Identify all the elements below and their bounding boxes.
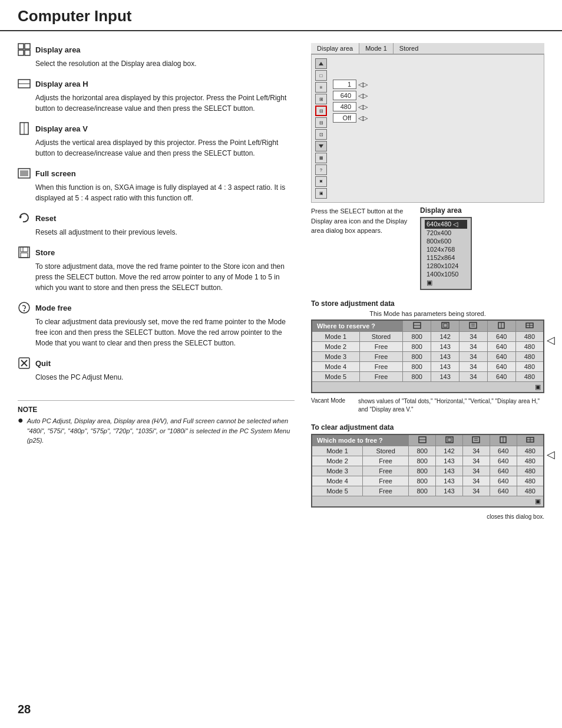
page-number: 28	[18, 703, 31, 716]
col-icon-4	[487, 320, 515, 332]
res-640x480: 640x480 ◁	[425, 220, 467, 229]
c-mode-1-v5: 480	[517, 446, 544, 456]
mode-free-icon	[18, 301, 31, 314]
section-header-mode-free: Mode free	[18, 301, 295, 314]
store-row-5: Mode 5 Free 800 143 34 640 480	[312, 372, 544, 382]
mode-1-status: Stored	[359, 332, 403, 342]
mode-3-v4: 640	[487, 352, 515, 362]
enter-arrow-clear: ◁	[547, 448, 555, 461]
mode-1-v2: 142	[431, 332, 459, 342]
svg-rect-9	[20, 170, 28, 176]
c-mode-2-v3: 34	[462, 456, 490, 466]
mode-5-v3: 34	[459, 372, 487, 382]
shows-values: shows values of "Total dots," "Horizonta…	[358, 397, 544, 414]
mode-1-v3: 34	[459, 332, 487, 342]
screen-icon-quit: ✖	[315, 176, 327, 187]
section-body-full: When this function is on, SXGA image is …	[35, 182, 295, 203]
svg-marker-21	[319, 144, 323, 148]
c-mode-5-v1: 800	[409, 486, 436, 496]
content-area: Display area Select the resolution at th…	[0, 31, 562, 542]
mode-3-label: Mode 3	[312, 352, 359, 362]
section-title-h: Display area H	[35, 80, 88, 88]
arrow-off: ◁▷	[358, 114, 368, 122]
section-title-v: Display area V	[35, 124, 88, 133]
val-1: 1	[333, 80, 356, 89]
callout-area: Press the SELECT button at the Display a…	[311, 206, 544, 290]
c-mode-1-label: Mode 1	[312, 446, 362, 456]
closes-note-wrapper: closes this dialog box.	[311, 512, 544, 521]
store-icon	[18, 246, 31, 259]
mode-3-v1: 800	[403, 352, 431, 362]
c-mode-4-v4: 640	[490, 476, 517, 486]
c-mode-3-v4: 640	[490, 466, 517, 476]
store-row-1: Mode 1 Stored 800 142 34 640 480	[312, 332, 544, 342]
c-mode-3-status: Free	[362, 466, 408, 476]
clear-col-icon-3	[462, 434, 490, 446]
c-mode-4-v1: 800	[409, 476, 436, 486]
mode-4-status: Free	[359, 362, 403, 372]
c-mode-2-v2: 143	[436, 456, 463, 466]
mode-2-v5: 480	[515, 342, 544, 352]
mode-5-status: Free	[359, 372, 403, 382]
section-reset: Reset Resets all adjustment to their pre…	[18, 212, 295, 238]
res-1400x1050: 1400x1050	[425, 270, 467, 278]
c-mode-1-v4: 640	[490, 446, 517, 456]
res-1152x864: 1152x864	[425, 253, 467, 262]
store-subtitle: This Mode has parameters being stored.	[311, 310, 544, 317]
c-mode-4-v2: 143	[436, 476, 463, 486]
which-mode-label: Which mode to free ?	[312, 434, 409, 446]
diagram-title: Display area	[311, 43, 359, 54]
c-mode-5-v3: 34	[462, 486, 490, 496]
clear-row-2: Mode 2 Free 800 143 34 640 480	[312, 456, 544, 466]
section-title-full: Full screen	[35, 169, 76, 178]
right-column: Display area Mode 1 Stored □ ≡ ⊞ ⊟	[306, 43, 544, 530]
section-body-h: Adjusts the horizontal area displayed by…	[35, 93, 295, 114]
diagram-stored: Stored	[394, 43, 424, 54]
clear-row-4: Mode 4 Free 800 143 34 640 480	[312, 476, 544, 486]
section-full-screen: Full screen When this function is on, SX…	[18, 167, 295, 203]
store-footer: Vacant Mode shows values of "Total dots,…	[311, 397, 544, 414]
callout-text: Press the SELECT button at the Display a…	[311, 206, 408, 236]
right-inner: Display area Mode 1 Stored □ ≡ ⊞ ⊟	[306, 43, 544, 521]
svg-rect-25	[444, 324, 447, 327]
row-480: 480 ◁▷	[333, 102, 368, 111]
store-row-2: Mode 2 Free 800 143 34 640 480	[312, 342, 544, 352]
screen-values: 1 ◁▷ 640 ◁▷ 480 ◁▷ Off ◁	[333, 80, 368, 199]
mode-4-v1: 800	[403, 362, 431, 372]
section-header-quit: Quit	[18, 357, 295, 370]
section-body-reset: Resets all adjustment to their previous …	[35, 227, 295, 238]
store-header-row: Where to reserve ?	[312, 320, 544, 332]
mode-1-label: Mode 1	[312, 332, 359, 342]
screen-icons: □ ≡ ⊞ ⊟ ⊟ ⊡ ▦ ? ✖ ▣	[315, 58, 327, 199]
section-quit: Quit Closes the PC Adjust Menu.	[18, 357, 295, 383]
col-icon-3	[459, 320, 487, 332]
clear-header-row: Which mode to free ?	[312, 434, 544, 446]
svg-point-15	[19, 302, 29, 313]
mode-5-v1: 800	[403, 372, 431, 382]
clear-col-icon-4	[490, 434, 517, 446]
screen-icon-5: ⊟	[315, 117, 327, 128]
c-mode-4-label: Mode 4	[312, 476, 362, 486]
clear-row-1: Mode 1 Stored 800 142 34 640 480	[312, 446, 544, 456]
section-title-display-area: Display area	[35, 45, 81, 54]
note-bullet: ● Auto PC Adjust, Display area, Display …	[18, 416, 295, 446]
section-body-quit: Closes the PC Adjust Menu.	[35, 372, 295, 383]
section-title-quit: Quit	[35, 359, 51, 368]
c-mode-5-label: Mode 5	[312, 486, 362, 496]
col-icon-1	[403, 320, 431, 332]
store-table: Where to reserve ?	[311, 319, 544, 393]
section-body-display-area: Select the resolution at the Display are…	[35, 58, 295, 69]
val-480: 480	[333, 102, 356, 111]
c-mode-3-v2: 143	[436, 466, 463, 476]
c-mode-2-status: Free	[362, 456, 408, 466]
section-body-mode-free: To clear adjustment data previously set,…	[35, 317, 295, 348]
mode-5-v5: 480	[515, 372, 544, 382]
store-data-section: To store adjustment data This Mode has p…	[311, 299, 544, 414]
display-area-right: Display area 640x480 ◁ 720x400 800x600 1…	[420, 206, 472, 290]
c-mode-5-status: Free	[362, 486, 408, 496]
c-mode-5-v5: 480	[517, 486, 544, 496]
store-row-4: Mode 4 Free 800 143 34 640 480	[312, 362, 544, 372]
section-title-store: Store	[35, 248, 55, 257]
note-text: Auto PC Adjust, Display area, Display ar…	[27, 416, 295, 446]
c-mode-3-v1: 800	[409, 466, 436, 476]
